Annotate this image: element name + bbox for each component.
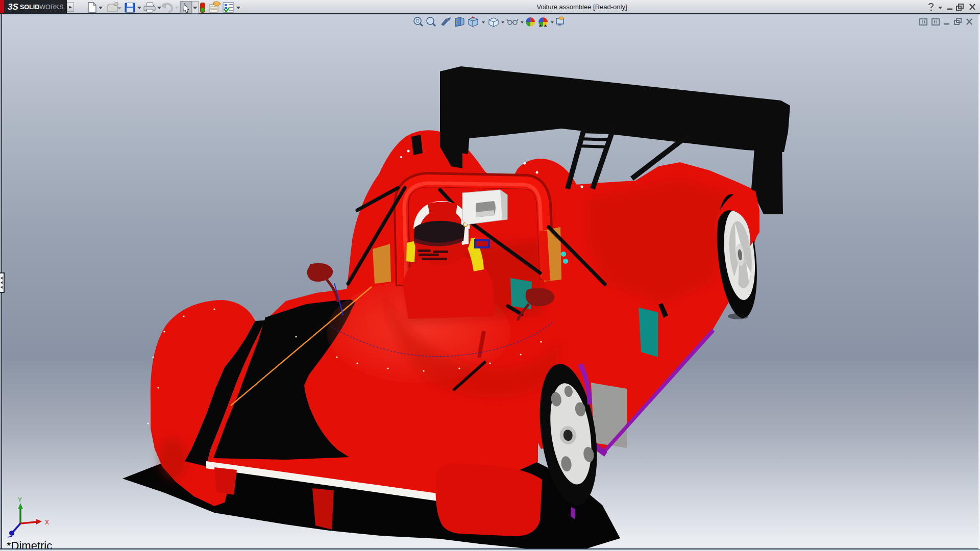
svg-text:X: X	[45, 519, 49, 526]
svg-text:Y: Y	[18, 496, 22, 504]
